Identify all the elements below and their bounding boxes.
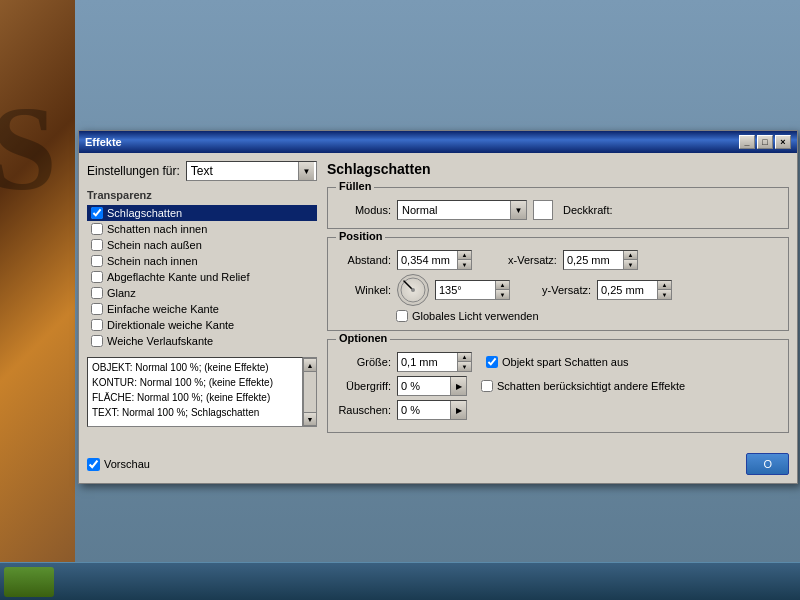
fuellen-title: Füllen (336, 180, 374, 192)
dialog-title: Effekte (85, 136, 122, 148)
info-box-wrapper: OBJEKT: Normal 100 %; (keine Effekte) KO… (87, 357, 317, 427)
abstand-input[interactable] (398, 251, 457, 269)
rauschen-dropdown-arrow[interactable]: ▶ (450, 401, 466, 419)
uebergriff-label: Übergriff: (336, 380, 391, 392)
dialog-right-panel: Schlagschatten Füllen Modus: Normal ▼ De… (327, 161, 789, 441)
deckkraft-label: Deckkraft: (563, 204, 613, 216)
minimize-button[interactable]: _ (739, 135, 755, 149)
weiche-kante-item[interactable]: Weiche Verlaufskante (87, 333, 317, 349)
winkel-spin-down[interactable]: ▼ (496, 290, 509, 299)
kante-relief-label: Abgeflachte Kante und Relief (107, 271, 250, 283)
winkel-input[interactable] (436, 281, 495, 299)
groesse-spin-up[interactable]: ▲ (458, 353, 471, 362)
modus-dropdown[interactable]: Normal ▼ (397, 200, 527, 220)
x-versatz-spinbox[interactable]: ▲ ▼ (563, 250, 638, 270)
y-versatz-input[interactable] (598, 281, 657, 299)
glanz-item[interactable]: Glanz (87, 285, 317, 301)
groesse-input[interactable] (398, 353, 457, 371)
schatten-berueck-label: Schatten berücksichtigt andere Effekte (497, 380, 685, 392)
direktionale-kante-item[interactable]: Direktionale weiche Kante (87, 317, 317, 333)
x-spin-up[interactable]: ▲ (624, 251, 637, 260)
winkel-label: Winkel: (336, 284, 391, 296)
vorschau-checkbox[interactable] (87, 458, 100, 471)
groesse-spin-down[interactable]: ▼ (458, 362, 471, 371)
modus-dropdown-arrow[interactable]: ▼ (510, 201, 526, 219)
scroll-down-arrow[interactable]: ▼ (303, 412, 317, 426)
weiche-kante-checkbox[interactable] (91, 335, 103, 347)
weiche-kante-label: Weiche Verlaufskante (107, 335, 213, 347)
schatten-innen-label: Schatten nach innen (107, 223, 207, 235)
rauschen-combo[interactable]: ▶ (397, 400, 467, 420)
groesse-label: Größe: (336, 356, 391, 368)
schein-innen-item[interactable]: Schein nach innen (87, 253, 317, 269)
winkel-spin-up[interactable]: ▲ (496, 281, 509, 290)
x-versatz-label: x-Versatz: (508, 254, 557, 266)
schatten-berueck-row: Schatten berücksichtigt andere Effekte (481, 380, 685, 392)
uebergriff-input[interactable] (398, 377, 450, 395)
uebergriff-row: Übergriff: ▶ Schatten berücksichtigt and… (336, 376, 780, 396)
schein-aussen-item[interactable]: Schein nach außen (87, 237, 317, 253)
vorschau-row: Vorschau (87, 458, 150, 471)
globales-licht-checkbox[interactable] (396, 310, 408, 322)
schlagschatten-checkbox[interactable] (91, 207, 103, 219)
settings-dropdown-arrow[interactable]: ▼ (298, 162, 314, 180)
scroll-up-arrow[interactable]: ▲ (303, 358, 317, 372)
taskbar (0, 562, 800, 600)
abstand-spin-down[interactable]: ▼ (458, 260, 471, 269)
schein-aussen-label: Schein nach außen (107, 239, 202, 251)
maximize-button[interactable]: □ (757, 135, 773, 149)
effects-list: Schlagschatten Schatten nach innen Schei… (87, 205, 317, 349)
schlagschatten-item[interactable]: Schlagschatten (87, 205, 317, 221)
settings-dropdown[interactable]: Text ▼ (186, 161, 317, 181)
groesse-spinbox[interactable]: ▲ ▼ (397, 352, 472, 372)
info-scrollbar[interactable]: ▲ ▼ (303, 357, 317, 427)
close-button[interactable]: × (775, 135, 791, 149)
transparency-section-label: Transparenz (87, 189, 317, 201)
rauschen-input[interactable] (398, 401, 450, 419)
kante-relief-item[interactable]: Abgeflachte Kante und Relief (87, 269, 317, 285)
vorschau-label: Vorschau (104, 458, 150, 470)
abstand-spin-up[interactable]: ▲ (458, 251, 471, 260)
info-line-2: FLÄCHE: Normal 100 %; (keine Effekte) (92, 390, 298, 405)
info-line-1: KONTUR: Normal 100 %; (keine Effekte) (92, 375, 298, 390)
x-versatz-input[interactable] (564, 251, 623, 269)
schatten-berueck-checkbox[interactable] (481, 380, 493, 392)
x-spin-down[interactable]: ▼ (624, 260, 637, 269)
objekt-spart-row: Objekt spart Schatten aus (486, 356, 629, 368)
rauschen-label: Rauschen: (336, 404, 391, 416)
globales-licht-row: Globales Licht verwenden (396, 310, 780, 322)
info-box: OBJEKT: Normal 100 %; (keine Effekte) KO… (87, 357, 303, 427)
start-button[interactable] (4, 567, 54, 597)
schlagschatten-label: Schlagschatten (107, 207, 182, 219)
fuellen-group: Füllen Modus: Normal ▼ Deckkraft: (327, 187, 789, 229)
schatten-innen-checkbox[interactable] (91, 223, 103, 235)
einfache-kante-label: Einfache weiche Kante (107, 303, 219, 315)
modus-value: Normal (398, 204, 510, 216)
winkel-spinbox[interactable]: ▲ ▼ (435, 280, 510, 300)
schatten-innen-item[interactable]: Schatten nach innen (87, 221, 317, 237)
y-spin-up[interactable]: ▲ (658, 281, 671, 290)
ok-button[interactable]: O (746, 453, 789, 475)
modus-row: Modus: Normal ▼ Deckkraft: (336, 200, 780, 220)
uebergriff-combo[interactable]: ▶ (397, 376, 467, 396)
schein-innen-checkbox[interactable] (91, 255, 103, 267)
einfache-kante-item[interactable]: Einfache weiche Kante (87, 301, 317, 317)
position-title: Position (336, 230, 385, 242)
objekt-spart-checkbox[interactable] (486, 356, 498, 368)
scroll-track[interactable] (304, 372, 316, 412)
y-spin-down[interactable]: ▼ (658, 290, 671, 299)
direktionale-kante-label: Direktionale weiche Kante (107, 319, 234, 331)
color-swatch[interactable] (533, 200, 553, 220)
uebergriff-dropdown-arrow[interactable]: ▶ (450, 377, 466, 395)
glanz-checkbox[interactable] (91, 287, 103, 299)
kante-relief-checkbox[interactable] (91, 271, 103, 283)
optionen-title: Optionen (336, 332, 390, 344)
einfache-kante-checkbox[interactable] (91, 303, 103, 315)
schein-innen-label: Schein nach innen (107, 255, 198, 267)
direktionale-kante-checkbox[interactable] (91, 319, 103, 331)
y-versatz-spinbox[interactable]: ▲ ▼ (597, 280, 672, 300)
schein-aussen-checkbox[interactable] (91, 239, 103, 251)
abstand-spinbox[interactable]: ▲ ▼ (397, 250, 472, 270)
settings-for-label: Einstellungen für: (87, 164, 180, 178)
angle-control[interactable] (397, 274, 429, 306)
